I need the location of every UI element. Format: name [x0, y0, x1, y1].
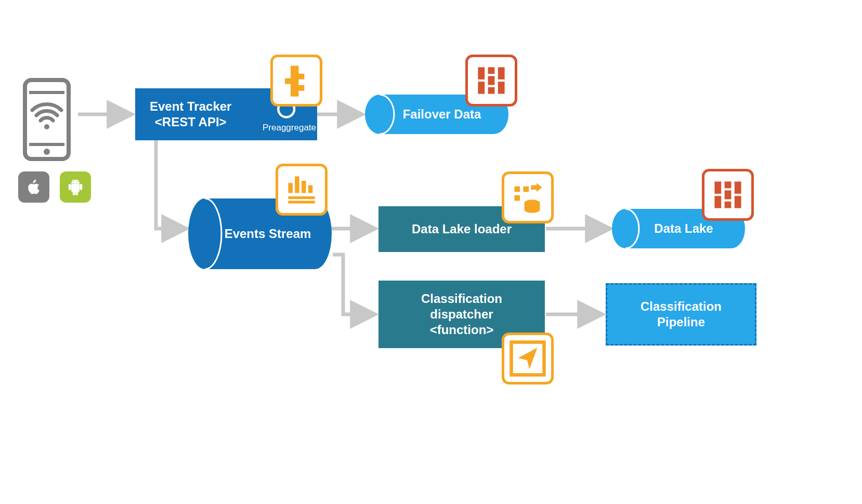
- svg-rect-21: [498, 82, 505, 94]
- svg-rect-33: [523, 187, 529, 192]
- svg-rect-25: [288, 183, 293, 193]
- event-tracker-label: Event Tracker <REST API>: [150, 99, 231, 130]
- android-icon: [60, 171, 91, 203]
- pipeline-shape-icon: [270, 55, 322, 107]
- svg-rect-44: [725, 202, 732, 208]
- architecture-diagram: Event Tracker <REST API> Preaggregate Fa…: [0, 0, 862, 504]
- classification-pipeline-label: Classification Pipeline: [641, 299, 722, 330]
- svg-rect-18: [488, 76, 495, 85]
- bar-chart-icon: [276, 164, 328, 216]
- svg-rect-41: [714, 196, 721, 208]
- svg-rect-43: [725, 190, 732, 199]
- classification-dispatcher-label: Classification dispatcher <function>: [421, 291, 502, 338]
- svg-rect-27: [302, 181, 306, 193]
- svg-rect-45: [735, 181, 741, 193]
- connectors-layer: [0, 0, 862, 504]
- svg-rect-31: [514, 187, 520, 192]
- svg-rect-46: [735, 196, 741, 208]
- migrate-icon: [502, 171, 554, 223]
- svg-rect-26: [295, 176, 299, 193]
- svg-point-8: [44, 149, 50, 155]
- svg-rect-29: [288, 196, 315, 199]
- svg-rect-40: [714, 181, 721, 193]
- svg-rect-32: [514, 195, 520, 201]
- svg-rect-28: [308, 185, 313, 193]
- svg-point-11: [77, 181, 78, 182]
- apple-icon: [18, 171, 49, 203]
- preaggregate-label: Preaggregate: [263, 123, 309, 133]
- svg-rect-42: [725, 181, 732, 188]
- svg-rect-20: [498, 67, 505, 79]
- classification-pipeline-node: Classification Pipeline: [606, 283, 756, 346]
- svg-rect-15: [478, 67, 485, 79]
- svg-rect-17: [488, 67, 495, 74]
- svg-point-10: [73, 181, 74, 182]
- svg-rect-19: [488, 87, 495, 94]
- columns-icon: [702, 169, 754, 221]
- data-lake-loader-label: Data Lake loader: [412, 221, 512, 237]
- phone-wifi-icon: [21, 78, 73, 161]
- columns-icon: [465, 55, 517, 107]
- svg-rect-16: [478, 82, 485, 94]
- send-triangle-icon: [502, 333, 554, 384]
- svg-point-36: [525, 206, 540, 213]
- svg-rect-30: [288, 201, 315, 203]
- svg-point-9: [44, 124, 49, 129]
